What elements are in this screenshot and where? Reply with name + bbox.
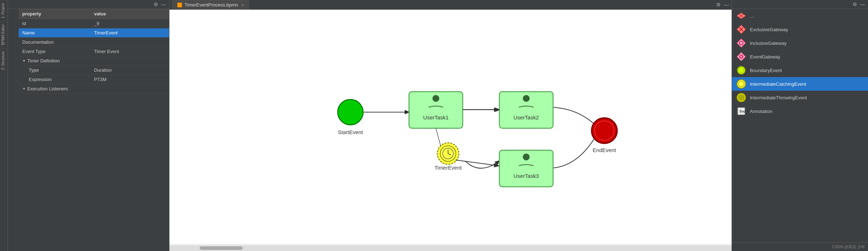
prop-val-documentation bbox=[90, 41, 98, 44]
palette-item-annotation[interactable]: Text Annotation bbox=[732, 104, 868, 118]
minimize-icon[interactable]: — bbox=[161, 1, 166, 7]
palette-item-intermediate-catching[interactable]: IntermediateCatchingEvent bbox=[732, 77, 868, 91]
prop-key-type: Type bbox=[19, 66, 90, 75]
svg-text:EndEvent: EndEvent bbox=[593, 147, 616, 153]
value-col-header: value bbox=[90, 9, 109, 19]
svg-text:TimerEvent: TimerEvent bbox=[434, 165, 462, 171]
tab-bar: 🟧 TimerEventProcess.bpmn × ⚙ — bbox=[169, 0, 732, 10]
event-gateway-label: EventGateway bbox=[750, 54, 780, 60]
property-col-header: property bbox=[19, 9, 90, 19]
svg-text:UserTask2: UserTask2 bbox=[514, 114, 539, 120]
palette-panel: ⚙ — ... ExclusiveGateway bbox=[732, 0, 868, 251]
svg-marker-30 bbox=[737, 39, 746, 47]
inclusive-gateway-label: InclusiveGateway bbox=[750, 41, 787, 46]
palette-item-intermediate-throwing[interactable]: IntermediateThrowingEvent bbox=[732, 91, 868, 104]
bpmn-file-icon: 🟧 bbox=[177, 3, 182, 8]
prop-row-id[interactable]: Id _9 bbox=[19, 19, 169, 28]
svg-point-3 bbox=[338, 99, 363, 125]
bpmn-editor: 🟧 TimerEventProcess.bpmn × ⚙ — bbox=[169, 0, 732, 251]
svg-text:UserTask1: UserTask1 bbox=[423, 114, 449, 120]
truncated-shape-icon bbox=[736, 11, 746, 21]
exclusive-gateway-icon bbox=[736, 24, 746, 34]
svg-point-38 bbox=[738, 81, 744, 87]
section-label-exec: Execution Listeners bbox=[27, 86, 68, 91]
prop-row-event-type[interactable]: Event Type Timer Event bbox=[19, 47, 169, 56]
prop-row-name[interactable]: Name TimerEvent bbox=[19, 28, 169, 38]
prop-val-expression: PT3M bbox=[90, 75, 110, 84]
boundary-event-label: BoundaryEvent bbox=[750, 68, 782, 73]
section-label-timer: Timer Definition bbox=[27, 58, 60, 63]
structure-tab[interactable]: Z: Structure bbox=[0, 48, 8, 73]
svg-point-6 bbox=[433, 95, 439, 102]
bpmn-tab[interactable]: 🟧 TimerEventProcess.bpmn × bbox=[172, 0, 249, 9]
triangle-icon-2: ▼ bbox=[22, 87, 26, 91]
annotation-label: Annotation bbox=[750, 109, 772, 114]
intermediate-throwing-icon bbox=[736, 93, 746, 103]
gear-icon-editor[interactable]: ⚙ bbox=[716, 2, 721, 8]
gear-icon-palette[interactable]: ⚙ bbox=[853, 1, 857, 7]
svg-point-21 bbox=[594, 121, 614, 140]
triangle-icon: ▼ bbox=[22, 59, 26, 63]
prop-val-type: Duration bbox=[90, 66, 115, 75]
intermediate-throwing-label: IntermediateThrowingEvent bbox=[750, 95, 807, 100]
tab-close-button[interactable]: × bbox=[242, 3, 244, 7]
project-tab[interactable]: 1: Project bbox=[0, 0, 8, 21]
gear-icon[interactable]: ⚙ bbox=[154, 1, 158, 7]
truncated-label: ... bbox=[750, 13, 754, 19]
inclusive-gateway-icon bbox=[736, 38, 746, 48]
property-panel: ⚙ — property value Id _9 Name TimerEvent… bbox=[8, 0, 169, 251]
bpmn-editor-tab[interactable]: BPMN Editor bbox=[0, 21, 8, 48]
svg-point-9 bbox=[523, 95, 529, 102]
prop-val-id: _9 bbox=[90, 19, 103, 28]
prop-key-expression: Expression bbox=[19, 75, 90, 84]
palette-item-truncated[interactable]: ... bbox=[732, 9, 868, 23]
palette-item-exclusive-gateway[interactable]: ExclusiveGateway bbox=[732, 23, 868, 36]
minimize-icon-palette[interactable]: — bbox=[860, 1, 865, 7]
palette-item-boundary-event[interactable]: BoundaryEvent bbox=[732, 63, 868, 77]
palette-panel-toolbar: ⚙ — bbox=[732, 0, 868, 9]
bpmn-canvas[interactable]: StartEvent UserTask1 UserTask2 UserTask3 bbox=[169, 10, 732, 251]
horizontal-scrollbar[interactable] bbox=[169, 245, 732, 251]
intermediate-catching-label: IntermediateCatchingEvent bbox=[750, 81, 806, 87]
prop-section-exec-listeners[interactable]: ▼ Execution Listeners bbox=[19, 84, 169, 94]
palette-item-inclusive-gateway[interactable]: InclusiveGateway bbox=[732, 36, 868, 50]
svg-point-36 bbox=[739, 68, 744, 73]
intermediate-catching-icon bbox=[736, 79, 746, 89]
svg-text:UserTask3: UserTask3 bbox=[514, 173, 539, 179]
prop-row-type[interactable]: Type Duration bbox=[19, 66, 169, 75]
tab-label: TimerEventProcess.bpmn bbox=[185, 2, 238, 8]
palette-item-event-gateway[interactable]: EventGateway bbox=[732, 50, 868, 63]
annotation-icon: Text bbox=[736, 106, 746, 116]
prop-val-event-type: Timer Event bbox=[90, 47, 123, 56]
svg-text:Text: Text bbox=[739, 109, 746, 113]
property-panel-toolbar: ⚙ — bbox=[8, 0, 169, 9]
prop-section-timer-def[interactable]: ▼ Timer Definition bbox=[19, 56, 169, 66]
status-text: CSDN @风流 少年 bbox=[832, 245, 865, 249]
property-table: property value Id _9 Name TimerEvent Doc… bbox=[8, 9, 169, 251]
prop-val-name: TimerEvent bbox=[90, 28, 121, 37]
bpmn-diagram-svg: StartEvent UserTask1 UserTask2 UserTask3 bbox=[169, 10, 732, 244]
event-gateway-icon bbox=[736, 52, 746, 62]
property-table-header: property value bbox=[19, 9, 169, 19]
exclusive-gateway-label: ExclusiveGateway bbox=[750, 27, 788, 32]
prop-key-documentation: Documentation bbox=[19, 38, 90, 47]
prop-key-event-type: Event Type bbox=[19, 47, 90, 56]
svg-point-12 bbox=[523, 153, 529, 160]
left-vertical-tabs: 1: Project BPMN Editor Z: Structure bbox=[0, 0, 8, 251]
svg-text:StartEvent: StartEvent bbox=[338, 129, 363, 135]
canvas-surface[interactable]: StartEvent UserTask1 UserTask2 UserTask3 bbox=[169, 10, 732, 244]
tab-bar-right: ⚙ — bbox=[716, 2, 729, 8]
minimize-icon-editor[interactable]: — bbox=[724, 2, 729, 8]
prop-row-expression[interactable]: Expression PT3M bbox=[19, 75, 169, 84]
svg-point-40 bbox=[738, 95, 744, 100]
tab-bar-left: 🟧 TimerEventProcess.bpmn × bbox=[172, 0, 249, 9]
prop-row-documentation[interactable]: Documentation bbox=[19, 38, 169, 47]
prop-key-id: Id bbox=[19, 19, 90, 28]
scroll-thumb-h[interactable] bbox=[200, 246, 243, 250]
boundary-event-icon bbox=[736, 65, 746, 75]
status-bar: CSDN @风流 少年 bbox=[732, 242, 868, 251]
prop-key-name: Name bbox=[19, 28, 90, 37]
svg-marker-32 bbox=[737, 52, 746, 61]
